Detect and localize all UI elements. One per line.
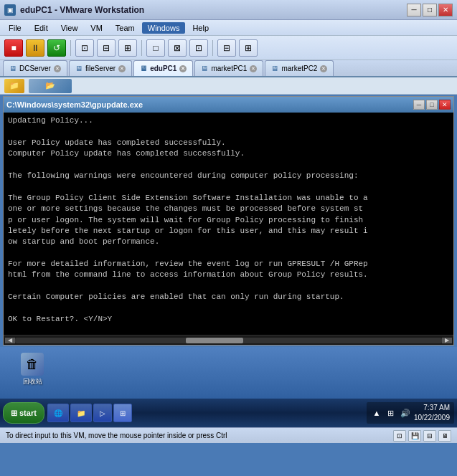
tab-close-marketpc2[interactable]: ✕	[320, 65, 327, 72]
term-line-11: ow startup and boot performance.	[8, 237, 449, 247]
term-line-9: p or user logon. The system will wait fo…	[8, 215, 449, 226]
tab-marketpc1[interactable]: 🖥 marketPC1 ✕	[194, 60, 263, 76]
vm-close-button[interactable]: ✕	[439, 100, 451, 110]
term-line-17	[8, 303, 449, 314]
close-button[interactable]: ✕	[438, 4, 453, 16]
reset-button[interactable]: ↺	[47, 39, 66, 57]
tab-bar: 🖥 DCServer ✕ 🖥 fileServer ✕ 🖥 eduPC1 ✕ 🖥…	[0, 60, 457, 77]
maximize-button[interactable]: □	[423, 4, 437, 16]
tab-marketpc2[interactable]: 🖥 marketPC2 ✕	[265, 60, 334, 76]
term-line-1	[8, 126, 449, 137]
status-icon-2[interactable]: 💾	[408, 430, 421, 442]
scrollbar-track[interactable]	[15, 338, 442, 343]
term-line-8: one or more settings because the changes…	[8, 204, 449, 214]
vm-window: C:\Windows\system32\gpupdate.exe ─ □ ✕ U…	[3, 96, 454, 346]
tray-network-icon: ⊞	[385, 407, 397, 419]
taskbar: ⊞ start 🌐 📁 ▷ ⊞ ▲ ⊞ 🔊 7:37 AM 10/22/2009	[0, 399, 457, 427]
term-line-3: Computer Policy update has completed suc…	[8, 148, 449, 159]
autofit-button[interactable]: ⊞	[118, 39, 137, 57]
toolbar-separator-1	[70, 40, 71, 56]
window-controls: ─ □ ✕	[407, 4, 453, 16]
vmware-taskbar-button[interactable]: ⊞	[113, 404, 132, 422]
menu-help[interactable]: Help	[187, 22, 215, 34]
window1-button[interactable]: □	[146, 39, 165, 57]
setting1-button[interactable]: ⊟	[217, 39, 236, 57]
power-button[interactable]: ■	[4, 39, 23, 57]
term-line-13: For more detailed information, review th…	[8, 259, 449, 270]
tab-close-dcserver[interactable]: ✕	[54, 65, 61, 72]
recycle-bin-image: 🗑	[21, 353, 44, 376]
menu-bar: File Edit View VM Team Windows Help	[0, 20, 457, 36]
tab-close-marketpc1[interactable]: ✕	[250, 65, 257, 72]
status-bar: To direct input to this VM, move the mou…	[0, 427, 457, 443]
pause-button[interactable]: ⏸	[26, 39, 44, 57]
system-clock: 7:37 AM 10/22/2009	[414, 403, 450, 423]
terminal-output: Updating Policy... User Policy update ha…	[4, 113, 453, 335]
status-text: To direct input to this VM, move the mou…	[6, 432, 227, 439]
recycle-bin-icon[interactable]: 🗑 回收站	[14, 353, 50, 386]
explorer-taskbar-button[interactable]: 📁	[70, 404, 92, 422]
toolbar: ■ ⏸ ↺ ⊡ ⊟ ⊞ □ ⊠ ⊡ ⊟ ⊞	[0, 36, 457, 60]
revert-button[interactable]: ⊟	[97, 39, 116, 57]
scroll-right[interactable]: ▶	[442, 338, 452, 343]
app-icon: ▣	[4, 4, 16, 16]
window2-button[interactable]: ⊠	[168, 39, 187, 57]
tray-volume-icon[interactable]: 🔊	[400, 407, 411, 419]
tab-close-edupc1[interactable]: ✕	[179, 65, 187, 72]
term-line-5: The following warnings were encountered …	[8, 171, 449, 181]
window3-button[interactable]: ⊡	[189, 39, 208, 57]
term-line-7: The Group Policy Client Side Extension S…	[8, 193, 449, 204]
recycle-bin-label: 回收站	[23, 377, 42, 386]
folder-icon: 📁	[4, 79, 24, 93]
status-icon-1[interactable]: ⊡	[393, 430, 406, 442]
menu-view[interactable]: View	[55, 22, 84, 34]
vm-desktop: 🗑 回收站	[0, 347, 457, 399]
snapshot-button[interactable]: ⊡	[75, 39, 94, 57]
tab-dcserver[interactable]: 🖥 DCServer ✕	[3, 60, 67, 76]
start-button[interactable]: ⊞ start	[3, 402, 44, 424]
ie-taskbar-button[interactable]: 🌐	[47, 404, 69, 422]
tab-close-fileserver[interactable]: ✕	[118, 65, 126, 72]
menu-edit[interactable]: Edit	[29, 22, 54, 34]
term-line-15	[8, 281, 449, 292]
taskbar-items: 🌐 📁 ▷ ⊞	[47, 404, 364, 422]
vm-window-controls: ─ □ ✕	[413, 100, 451, 110]
tab-fileserver[interactable]: 🖥 fileServer ✕	[69, 60, 132, 76]
setting2-button[interactable]: ⊞	[239, 39, 258, 57]
minimize-button[interactable]: ─	[407, 4, 421, 16]
term-line-16: Certain Computer policies are enabled th…	[8, 292, 449, 303]
toolbar-separator-2	[141, 40, 142, 56]
status-icon-4[interactable]: 🖥	[438, 430, 451, 442]
vm-title-text: C:\Windows\system32\gpupdate.exe	[6, 100, 143, 109]
status-bar-icons: ⊡ 💾 ⊟ 🖥	[393, 430, 451, 442]
folder-icon-2: 📂	[29, 79, 72, 93]
menu-team[interactable]: Team	[110, 22, 141, 34]
scroll-left[interactable]: ◀	[5, 338, 15, 343]
address-area: 📁 📂	[0, 77, 457, 95]
vm-title-bar: C:\Windows\system32\gpupdate.exe ─ □ ✕	[4, 97, 453, 113]
term-line-2: User Policy update has completed success…	[8, 138, 449, 148]
menu-file[interactable]: File	[3, 22, 27, 34]
tab-edupc1[interactable]: 🖥 eduPC1 ✕	[133, 60, 193, 76]
tray-arrow-icon[interactable]: ▲	[371, 407, 382, 419]
term-line-18: OK to Restart?. <Y/N>Y	[8, 314, 449, 325]
vm-minimize-button[interactable]: ─	[413, 100, 425, 110]
system-tray: ▲ ⊞ 🔊 7:37 AM 10/22/2009	[367, 402, 454, 424]
term-line-10: letely before the next startup or logon …	[8, 226, 449, 237]
title-bar: ▣ eduPC1 - VMware Workstation ─ □ ✕	[0, 0, 457, 20]
menu-windows[interactable]: Windows	[142, 22, 186, 34]
vm-maximize-button[interactable]: □	[426, 100, 438, 110]
scrollbar-thumb[interactable]	[186, 338, 243, 343]
menu-vm[interactable]: VM	[85, 22, 108, 34]
term-line-12	[8, 248, 449, 259]
terminal-scrollbar[interactable]: ◀ ▶	[4, 335, 453, 345]
term-line-0: Updating Policy...	[8, 115, 449, 126]
window-title: eduPC1 - VMware Workstation	[20, 5, 144, 15]
toolbar-separator-3	[212, 40, 213, 56]
media-taskbar-button[interactable]: ▷	[93, 404, 112, 422]
term-line-14: html from the command line to access inf…	[8, 270, 449, 280]
status-icon-3[interactable]: ⊟	[423, 430, 436, 442]
term-line-4	[8, 160, 449, 171]
term-line-6	[8, 181, 449, 192]
